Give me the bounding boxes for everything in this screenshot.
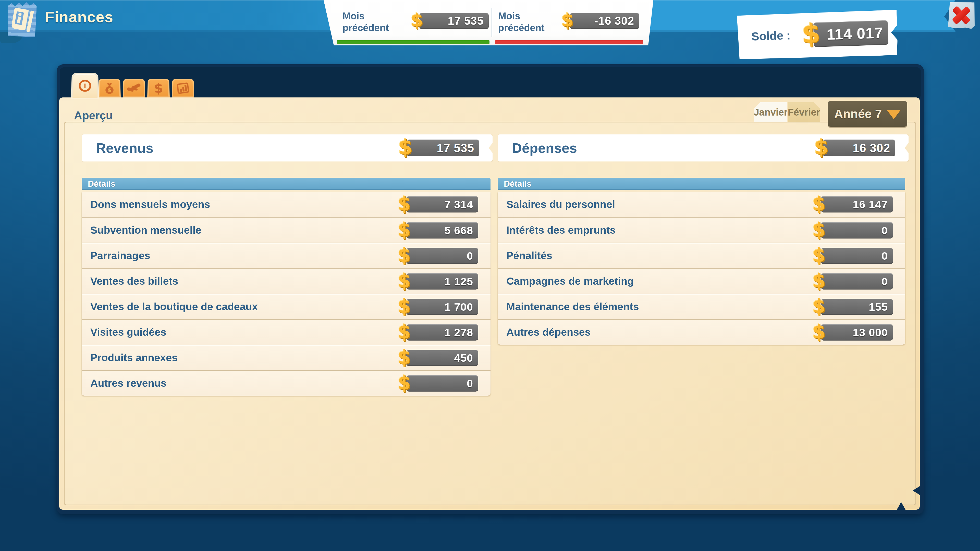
bar-chart-icon [176, 82, 190, 94]
dollar-icon: $ [812, 270, 826, 292]
row-value-pill: $5 668 [406, 222, 478, 238]
expenses-details-column: Détails Salaires du personnel $16 147 In… [498, 178, 905, 345]
row-value-pill: $0 [821, 273, 893, 289]
tab-overview[interactable]: i [73, 74, 97, 98]
ledger-book-icon [7, 2, 37, 37]
dollar-icon: $ [801, 18, 821, 49]
month-tab-label: Janvier [754, 107, 788, 118]
info-icon: i [79, 80, 91, 92]
row-label: Ventes des billets [90, 268, 178, 294]
row-value: 155 [869, 299, 888, 315]
section-title: Aperçu [74, 109, 113, 122]
dollar-icon: $ [812, 244, 826, 266]
details-header: Détails [82, 178, 490, 190]
row-value: 13 000 [853, 324, 888, 341]
prev-expense-value: -16 302 [594, 13, 634, 29]
tab-sponsorships[interactable] [123, 79, 145, 98]
row-label: Parrainages [90, 243, 150, 268]
dollar-icon: $ [398, 270, 411, 292]
row-value: 0 [881, 222, 888, 238]
table-row: Autres dépenses $13 000 [498, 319, 905, 345]
expenses-total-card: Dépenses $ 16 302 [498, 135, 908, 162]
row-value: 16 147 [853, 196, 888, 213]
dollar-icon: $ [410, 10, 423, 30]
previous-month-banner: Mois précédent $ 17 535 Mois précédent $… [324, 0, 653, 45]
expenses-rows: Salaires du personnel $16 147 Intérêts d… [498, 192, 905, 345]
book-glyph [11, 7, 29, 30]
dollar-icon: $ [398, 192, 411, 214]
tab-finance[interactable]: $ [147, 79, 170, 98]
prev-income-label: Mois précédent [342, 10, 409, 34]
table-row: Intérêts des emprunts $0 [498, 217, 905, 243]
table-row: Autres revenus $0 [82, 370, 490, 395]
balance-banner: Solde : $ 114 017 [737, 10, 898, 60]
table-row: Parrainages $0 [82, 243, 490, 268]
row-label: Salaires du personnel [506, 192, 615, 217]
row-value: 1 700 [444, 299, 473, 315]
prev-expense-label: Mois précédent [498, 10, 565, 34]
table-row: Subvention mensuelle $5 668 [82, 217, 490, 243]
balance-value: 114 017 [826, 21, 883, 47]
handshake-icon [126, 83, 142, 94]
row-label: Dons mensuels moyens [90, 192, 210, 217]
table-row: Salaires du personnel $16 147 [498, 192, 905, 217]
paper-notch [913, 486, 920, 495]
income-indicator-bar [337, 40, 490, 44]
table-row: Maintenance des éléments $155 [498, 294, 905, 319]
details-header-label: Détails [504, 179, 531, 189]
table-row: Ventes des billets $1 125 [82, 268, 490, 294]
revenues-details-column: Détails Dons mensuels moyens $7 314 Subv… [82, 178, 490, 395]
row-value-pill: $0 [406, 248, 478, 264]
table-row: Ventes de la boutique de cadeaux $1 700 [82, 294, 490, 319]
row-value: 0 [467, 248, 473, 264]
expenses-total-pill: $ 16 302 [823, 140, 895, 156]
chevron-down-icon [887, 110, 900, 119]
window-title: Finances [45, 8, 113, 26]
dollar-icon: $ [398, 219, 411, 241]
dollar-icon: $ [398, 244, 411, 266]
row-value: 5 668 [444, 222, 473, 238]
dollar-icon: $ [398, 321, 411, 343]
dollar-icon: $ [561, 10, 574, 30]
balance-pill: $ 114 017 [813, 20, 888, 47]
details-header-label: Détails [88, 179, 115, 189]
dollar-icon: $ [398, 135, 412, 159]
close-button[interactable] [948, 2, 975, 29]
expenses-total-value: 16 302 [853, 140, 890, 156]
row-label: Autres dépenses [506, 320, 590, 345]
tab-donations[interactable]: $ [98, 79, 121, 98]
month-tab-fevrier[interactable]: Février [788, 102, 820, 122]
row-value: 1 125 [444, 273, 473, 289]
month-tab-janvier[interactable]: Janvier [754, 102, 788, 122]
dollar-icon: $ [398, 295, 411, 317]
prev-income-value: 17 535 [448, 13, 484, 29]
row-label: Subvention mensuelle [90, 218, 201, 243]
row-label: Visites guidées [90, 320, 166, 345]
money-bag-icon: $ [102, 81, 117, 95]
revenues-total-card: Revenus $ 17 535 [82, 135, 493, 162]
finances-panel: Aperçu Janvier Février Année 7 Revenus $… [59, 97, 920, 510]
dollar-icon: $ [812, 321, 826, 343]
row-value-pill: $1 125 [406, 273, 478, 289]
tab-statistics[interactable] [172, 79, 194, 98]
year-dropdown-button[interactable]: Année 7 [828, 101, 907, 127]
dollar-icon: $ [814, 135, 829, 159]
table-row: Dons mensuels moyens $7 314 [82, 192, 490, 217]
row-value: 0 [881, 248, 888, 264]
row-label: Intérêts des emprunts [506, 218, 616, 243]
row-value-pill: $16 147 [821, 196, 893, 213]
row-value-pill: $155 [821, 299, 893, 315]
dollar-icon: $ [812, 192, 826, 214]
dollar-icon: $ [812, 219, 826, 241]
row-label: Campagnes de marketing [506, 268, 634, 294]
row-value: 0 [467, 375, 473, 392]
revenues-rows: Dons mensuels moyens $7 314 Subvention m… [82, 192, 490, 395]
paper-notch [897, 502, 905, 510]
row-label: Autres revenus [90, 371, 167, 395]
revenues-title: Revenus [96, 135, 153, 162]
dollar-icon: $ [812, 295, 826, 317]
year-dropdown-label: Année 7 [834, 107, 882, 121]
month-tab-label: Février [788, 107, 820, 118]
row-value-pill: $0 [821, 248, 893, 264]
row-value: 450 [454, 350, 473, 366]
